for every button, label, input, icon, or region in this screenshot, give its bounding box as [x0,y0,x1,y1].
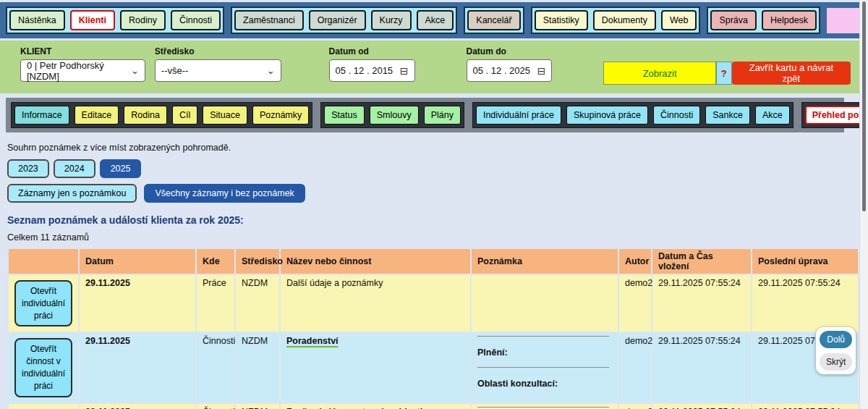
vertical-scrollbar[interactable] [859,0,868,409]
klient-select[interactable]: 0 | Petr Podhorský [NZDM] ⌄ [20,59,145,82]
stredisko-field: Středisko --vše-- ⌄ [155,46,281,82]
year-button-2023[interactable]: 2023 [7,159,49,178]
nav-group-office: Kancelář [464,7,524,34]
open-activity-button[interactable]: Otevřít činnost v individuální práci [14,338,72,397]
tab-prehled-pozn[interactable]: Přehled pozn. [805,106,868,125]
col-header-vlozeni: Datum a Čas vložení [652,249,751,274]
tab-smlouvy[interactable]: Smlouvy [370,106,419,125]
col-header-kde: Kde [197,249,234,274]
datum-do-value: 05 . 12 . 2025 [473,65,531,76]
nav-item-zamestnanci[interactable]: Zaměstnanci [234,10,304,30]
datum-do-input[interactable]: 05 . 12 . 2025 ⊟ [467,59,553,82]
col-header-actions [9,249,78,274]
nav-item-sprava[interactable]: Správa [710,10,757,30]
cell-kde: Činnosti [197,404,234,409]
datum-od-value: 05 . 12 . 2015 [336,65,393,76]
note-divider [477,407,609,408]
table-header-row: Datum Kde Středisko Název nebo činnost P… [9,249,858,274]
tab-plany[interactable]: Plány [424,106,461,125]
cell-stredisko: NZDM [236,333,279,402]
tab-group-status: Status Smlouvy Plány [320,102,464,128]
page: Nástěnka Klienti Rodiny Činnosti Zaměstn… [0,0,859,409]
tab-akce[interactable]: Akce [755,106,790,125]
scrollbar-thumb[interactable] [862,1,866,211]
cell-vlozeni: 29.11.2025 07:55:24 [652,333,751,402]
tab-poznamky[interactable]: Poznámky [252,106,309,125]
nav-item-statistiky[interactable]: Statistiky [535,10,588,30]
note-divider [477,367,609,368]
klient-field: KLIENT 0 | Petr Podhorský [NZDM] ⌄ [20,46,145,82]
open-individual-work-button[interactable]: Otevřít individuální práci [14,280,72,326]
datum-od-field: Datum od 05 . 12 . 2015 ⊟ [329,46,415,82]
notes-list-heading: Seznam poznámek a událostí klienta za ro… [7,214,859,226]
mode-filter-row: Záznamy jen s poznámkou Všechny záznamy … [7,184,859,203]
tab-informace[interactable]: Informace [14,106,69,125]
nav-item-cinnosti[interactable]: Činnosti [171,10,221,30]
client-filter-bar: KLIENT 0 | Petr Podhorský [NZDM] ⌄ Střed… [0,41,859,93]
tab-editace[interactable]: Editace [75,106,119,125]
records-count: Celkem 11 záznamů [7,232,859,243]
datum-od-input[interactable]: 05 . 12 . 2015 ⊟ [329,59,415,82]
year-button-2025[interactable]: 2025 [100,159,142,178]
calendar-icon: ⊟ [400,65,409,77]
nav-item-kancelar[interactable]: Kancelář [467,10,520,30]
chevron-down-icon: ⌄ [131,65,139,76]
tab-skupinova-prace[interactable]: Skupinová práce [566,106,648,125]
close-card-button[interactable]: Zavřít kartu a návrat zpět [732,62,851,85]
tab-cil[interactable]: Cíl [172,106,197,125]
tab-individualni-prace[interactable]: Individuální práce [476,106,561,125]
note-divider [477,336,609,337]
cell-datum: 29.11.2025 [80,275,195,332]
activity-link[interactable]: Zvyšování kompetencí v oblasti vzděláván… [286,407,422,409]
nav-item-akce[interactable]: Akce [417,10,454,30]
cell-stredisko: NZDM [236,404,279,409]
nav-item-helpdesk[interactable]: Helpdesk [762,10,817,30]
cell-vlozeni: 29.11.2025 07:55:24 [652,275,751,332]
nav-item-web[interactable]: Web [661,10,697,30]
col-header-stredisko: Středisko [236,249,279,274]
zobrazit-button[interactable]: Zobrazit [603,62,715,85]
cell-poznamka: Plnění: Oblasti konzultací: [472,404,618,409]
tab-situace[interactable]: Situace [203,106,247,125]
scroll-down-button[interactable]: Dolů [820,331,852,348]
stredisko-select[interactable]: --vše-- ⌄ [155,59,281,82]
mode-button-only-notes[interactable]: Záznamy jen s poznámkou [7,184,137,203]
stredisko-label: Středisko [155,46,281,56]
cell-kde: Činnosti [197,333,234,402]
tab-rodina[interactable]: Rodina [124,106,167,125]
tab-sankce[interactable]: Sankce [705,106,750,125]
tab-group-profile: Informace Editace Rodina Cíl Situace Poz… [11,102,312,128]
tab-group-work: Individuální práce Skupinová práce Činno… [472,102,793,128]
table-row: Otevřít činnost v individuální práci 29.… [9,333,858,402]
cell-kde: Práce [197,275,234,332]
nav-item-kurzy[interactable]: Kurzy [371,10,412,30]
table-row: Otevřít individuální práci 29.11.2025 Pr… [9,275,858,332]
nav-item-rodiny[interactable]: Rodiny [120,10,166,30]
tab-group-overview: Přehled pozn. Tisk výkazů [801,102,868,128]
chevron-down-icon: ⌄ [267,65,275,76]
nav-item-nastenka[interactable]: Nástěnka [9,10,65,30]
hide-panel-button[interactable]: Skrýt [820,353,852,371]
mode-button-all-records[interactable]: Všechny záznamy i bez poznámek [144,184,305,203]
tab-status[interactable]: Status [324,106,364,125]
cell-datum: 29.11.2025 [80,333,195,402]
klient-label: KLIENT [20,46,145,56]
cell-uprava: 29.11.2025 07:55:24 [752,404,858,409]
cell-poznamka [472,275,618,332]
floating-scroll-panel: Dolů Skrýt [816,327,856,374]
col-header-datum: Datum [80,249,195,274]
nav-item-organizer[interactable]: Organizér [309,10,366,30]
nav-group-reports: Statistiky Dokumenty Web [531,7,701,34]
table-row: Otevřít činnost v individuální práci 29.… [9,404,858,409]
cell-vlozeni: 29.11.2025 07:55:24 [652,404,751,409]
nav-item-klienti[interactable]: Klienti [70,10,115,30]
tab-cinnosti[interactable]: Činnosti [653,106,700,125]
calendar-icon: ⊟ [537,65,546,77]
oblasti-label: Oblasti konzultací: [477,379,612,389]
klient-selected-value: 0 | Petr Podhorský [NZDM] [27,60,127,82]
nav-item-dokumenty[interactable]: Dokumenty [593,10,656,30]
activity-link[interactable]: Poradenství [286,336,339,346]
year-button-2024[interactable]: 2024 [54,159,95,178]
col-header-uprava: Poslední úprava [752,249,858,274]
help-button[interactable]: ? [716,62,732,85]
